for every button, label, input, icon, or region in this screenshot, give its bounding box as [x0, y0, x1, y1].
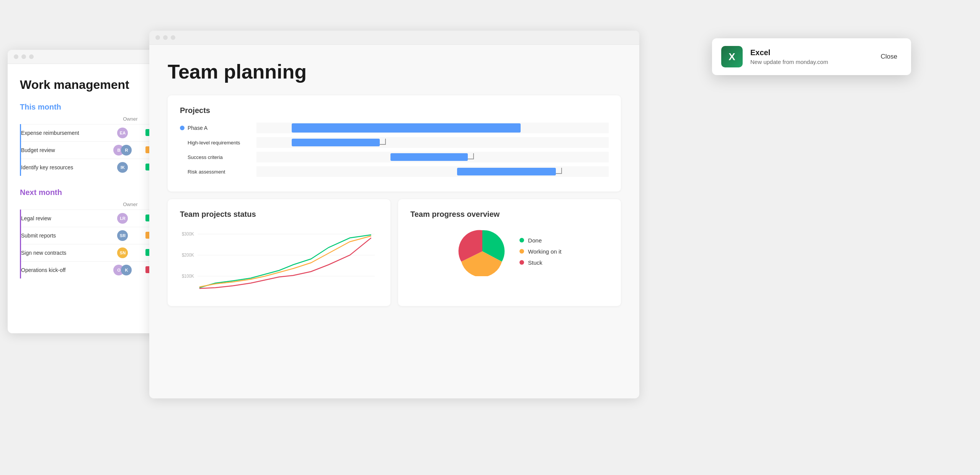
owner-header-2: Owner: [106, 201, 139, 210]
gantt-track: [256, 152, 609, 162]
this-month-table: Owner Expense reimbursement EA Budget re…: [20, 116, 152, 176]
avatar: SR: [117, 230, 128, 241]
line-chart-svg: $300K $200K $100K: [180, 226, 378, 295]
task-name: Identify key resources: [21, 159, 106, 176]
stuck-dot-icon: [519, 260, 524, 265]
dot1: [14, 54, 18, 59]
task-owner: B R: [106, 142, 139, 159]
task-name: Expense reimbursement: [21, 124, 106, 142]
task-owner: SN: [106, 244, 139, 262]
task-name-header: [21, 116, 106, 124]
pie-chart-area: Done Working on it Stuck: [410, 226, 609, 276]
avatar: SN: [117, 247, 128, 258]
task-owner: O K: [106, 262, 139, 279]
legend-done-label: Done: [528, 237, 542, 244]
gantt-row: High-level requirements: [180, 137, 609, 148]
connector-icon: [556, 168, 562, 174]
notification-text: Excel New update from monday.com: [750, 48, 869, 65]
working-dot-icon: [519, 249, 524, 254]
table-row: Sign new contracts SN: [21, 244, 153, 262]
gantt-track: [256, 166, 609, 177]
dot3: [171, 35, 175, 40]
gantt-bar: [292, 139, 380, 146]
owner-header: Owner: [106, 116, 139, 124]
pie-chart-svg: [457, 226, 507, 276]
svg-text:$300K: $300K: [182, 232, 194, 236]
phase-dot-icon: [180, 126, 185, 130]
table-row: Expense reimbursement EA: [21, 124, 153, 142]
progress-card-title: Team progress overview: [410, 210, 609, 219]
avatar: R: [121, 145, 132, 156]
svg-text:$100K: $100K: [182, 274, 194, 278]
task-name: Budget review: [21, 142, 106, 159]
task-owner: IK: [106, 159, 139, 176]
avatar: EA: [117, 128, 128, 138]
avatar: K: [121, 265, 132, 275]
gantt-row: Success criteria: [180, 152, 609, 162]
titlebar-team: [149, 31, 639, 45]
notification-toast: X Excel New update from monday.com Close: [712, 38, 911, 75]
legend-stuck-label: Stuck: [528, 259, 542, 266]
gantt-label: Phase A: [180, 125, 256, 131]
table-row: Budget review B R: [21, 142, 153, 159]
table-row: Operations kick-off O K: [21, 262, 153, 279]
table-row: Legal review LR: [21, 210, 153, 227]
table-row: Submit reports SR: [21, 227, 153, 244]
avatar: LR: [117, 213, 128, 224]
gantt-track: [256, 123, 609, 133]
next-month-label: Next month: [20, 188, 152, 197]
status-card-title: Team projects status: [180, 210, 378, 219]
bottom-cards: Team projects status $300K $200K $100K: [168, 199, 621, 306]
task-owner: SR: [106, 227, 139, 244]
legend-item-done: Done: [519, 237, 561, 244]
task-name: Legal review: [21, 210, 106, 227]
gantt-track: [256, 137, 609, 148]
task-owner: LR: [106, 210, 139, 227]
svg-text:$200K: $200K: [182, 253, 194, 257]
connector-icon: [380, 139, 386, 145]
task-name: Sign new contracts: [21, 244, 106, 262]
gantt-bar: [292, 123, 521, 133]
next-month-table: Owner Legal review LR Submit reports: [20, 201, 152, 278]
pie-legend: Done Working on it Stuck: [519, 237, 561, 266]
task-name: Operations kick-off: [21, 262, 106, 279]
legend-item-stuck: Stuck: [519, 259, 561, 266]
notification-message: New update from monday.com: [750, 59, 869, 65]
this-month-label: This month: [20, 103, 152, 111]
team-progress-card: Team progress overview Do: [398, 199, 621, 306]
dot3: [29, 54, 34, 59]
gantt-bar: [390, 153, 468, 161]
dot2: [21, 54, 26, 59]
table-row: Identify key resources IK: [21, 159, 153, 176]
gantt-row: Risk assessment: [180, 166, 609, 177]
avatar: IK: [117, 162, 128, 173]
line-chart: $300K $200K $100K: [180, 226, 378, 295]
team-planning-window: Team planning Projects Phase A H: [149, 31, 639, 398]
notification-title: Excel: [750, 48, 869, 57]
done-dot-icon: [519, 238, 524, 242]
connector-icon: [468, 153, 474, 159]
titlebar-work: [8, 50, 165, 64]
legend-working-label: Working on it: [528, 248, 561, 255]
gantt-chart: Phase A High-level requirements: [180, 123, 609, 177]
team-status-card: Team projects status $300K $200K $100K: [168, 199, 390, 306]
dot1: [155, 35, 160, 40]
work-title: Work management: [20, 78, 152, 92]
gantt-bar: [457, 168, 556, 175]
legend-item-working: Working on it: [519, 248, 561, 255]
task-owner: EA: [106, 124, 139, 142]
gantt-label: Risk assessment: [180, 169, 256, 175]
gantt-label: High-level requirements: [180, 140, 256, 146]
notification-close-button[interactable]: Close: [876, 50, 902, 64]
work-management-window: Work management This month Owner Expense…: [8, 50, 165, 333]
excel-icon: X: [721, 46, 743, 67]
gantt-row: Phase A: [180, 123, 609, 133]
gantt-label: Success criteria: [180, 154, 256, 160]
dot2: [163, 35, 168, 40]
projects-card: Projects Phase A High-level requirements: [168, 95, 621, 192]
team-title: Team planning: [168, 60, 621, 83]
projects-title: Projects: [180, 106, 609, 115]
task-name: Submit reports: [21, 227, 106, 244]
